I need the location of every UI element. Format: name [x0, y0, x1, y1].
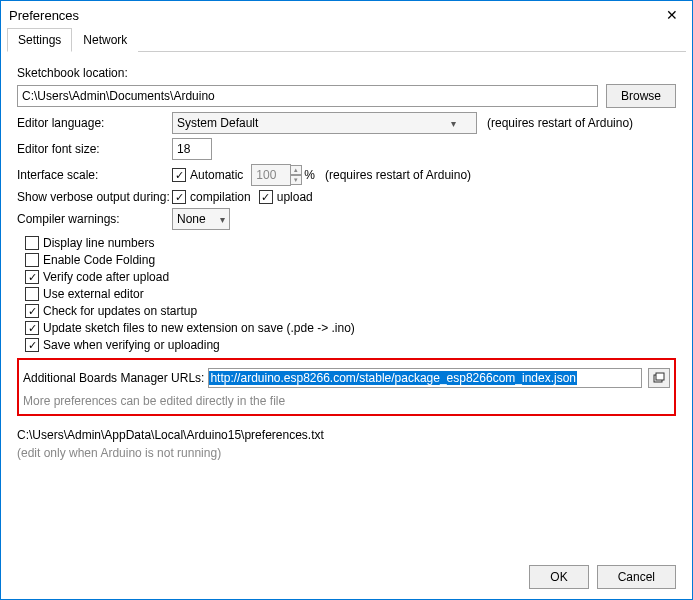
preferences-window: Preferences ✕ Settings Network Sketchboo…	[0, 0, 693, 600]
scale-automatic-checkbox[interactable]: Automatic	[172, 168, 243, 182]
options-list: Display line numbers Enable Code Folding…	[25, 236, 676, 352]
language-select[interactable]: System Default ▾	[172, 112, 477, 134]
chevron-down-icon[interactable]: ▾	[290, 175, 302, 185]
update-sketch-ext-checkbox[interactable]: Update sketch files to new extension on …	[25, 321, 676, 335]
verbose-compilation-label: compilation	[190, 190, 251, 204]
checkbox-icon	[25, 304, 39, 318]
scale-percent-input[interactable]	[251, 164, 291, 186]
chevron-down-icon: ▾	[220, 214, 225, 225]
scale-note: (requires restart of Arduino)	[325, 168, 471, 182]
fontsize-input[interactable]	[172, 138, 212, 160]
browse-button[interactable]: Browse	[606, 84, 676, 108]
titlebar: Preferences ✕	[1, 1, 692, 25]
more-prefs-note: More preferences can be edited directly …	[23, 394, 670, 408]
edit-only-note: (edit only when Arduino is not running)	[17, 446, 676, 460]
checkbox-icon	[172, 190, 186, 204]
checkbox-icon	[25, 321, 39, 335]
checkbox-icon	[25, 287, 39, 301]
chevron-up-icon[interactable]: ▴	[290, 165, 302, 175]
warnings-value: None	[177, 212, 206, 226]
language-value: System Default	[177, 116, 258, 130]
boards-url-expand-button[interactable]	[648, 368, 670, 388]
scale-label: Interface scale:	[17, 168, 172, 182]
ok-button[interactable]: OK	[529, 565, 588, 589]
check-updates-checkbox[interactable]: Check for updates on startup	[25, 304, 676, 318]
prefs-file-path: C:\Users\Admin\AppData\Local\Arduino15\p…	[17, 428, 676, 442]
window-icon	[653, 372, 665, 384]
dialog-footer: OK Cancel	[529, 565, 676, 589]
enable-code-folding-checkbox[interactable]: Enable Code Folding	[25, 253, 676, 267]
verify-after-upload-checkbox[interactable]: Verify code after upload	[25, 270, 676, 284]
cancel-button[interactable]: Cancel	[597, 565, 676, 589]
svg-rect-1	[656, 373, 664, 380]
tabs: Settings Network	[7, 27, 686, 52]
scale-stepper[interactable]: ▴▾	[290, 165, 302, 185]
boards-url-value: http://arduino.esp8266.com/stable/packag…	[209, 371, 577, 385]
checkbox-icon	[259, 190, 273, 204]
window-title: Preferences	[9, 8, 79, 23]
fontsize-label: Editor font size:	[17, 142, 172, 156]
checkbox-icon	[172, 168, 186, 182]
sketchbook-path-input[interactable]	[17, 85, 598, 107]
warnings-label: Compiler warnings:	[17, 212, 172, 226]
checkbox-icon	[25, 236, 39, 250]
verbose-upload-checkbox[interactable]: upload	[259, 190, 313, 204]
tab-settings[interactable]: Settings	[7, 28, 72, 52]
boards-url-input[interactable]: http://arduino.esp8266.com/stable/packag…	[208, 368, 642, 388]
sketchbook-label: Sketchbook location:	[17, 66, 128, 80]
use-external-editor-checkbox[interactable]: Use external editor	[25, 287, 676, 301]
scale-auto-label: Automatic	[190, 168, 243, 182]
close-icon[interactable]: ✕	[660, 7, 684, 23]
checkbox-icon	[25, 270, 39, 284]
checkbox-icon	[25, 253, 39, 267]
verbose-upload-label: upload	[277, 190, 313, 204]
display-line-numbers-checkbox[interactable]: Display line numbers	[25, 236, 676, 250]
settings-panel: Sketchbook location: Browse Editor langu…	[1, 52, 692, 460]
verbose-label: Show verbose output during:	[17, 190, 172, 204]
boards-url-label: Additional Boards Manager URLs:	[23, 371, 204, 385]
verbose-compilation-checkbox[interactable]: compilation	[172, 190, 251, 204]
tab-network[interactable]: Network	[72, 28, 138, 52]
checkbox-icon	[25, 338, 39, 352]
save-verify-upload-checkbox[interactable]: Save when verifying or uploading	[25, 338, 676, 352]
boards-url-highlight: Additional Boards Manager URLs: http://a…	[17, 358, 676, 416]
warnings-select[interactable]: None ▾	[172, 208, 230, 230]
percent-label: %	[304, 168, 315, 182]
language-note: (requires restart of Arduino)	[487, 116, 633, 130]
language-label: Editor language:	[17, 116, 172, 130]
chevron-down-icon: ▾	[451, 118, 456, 129]
